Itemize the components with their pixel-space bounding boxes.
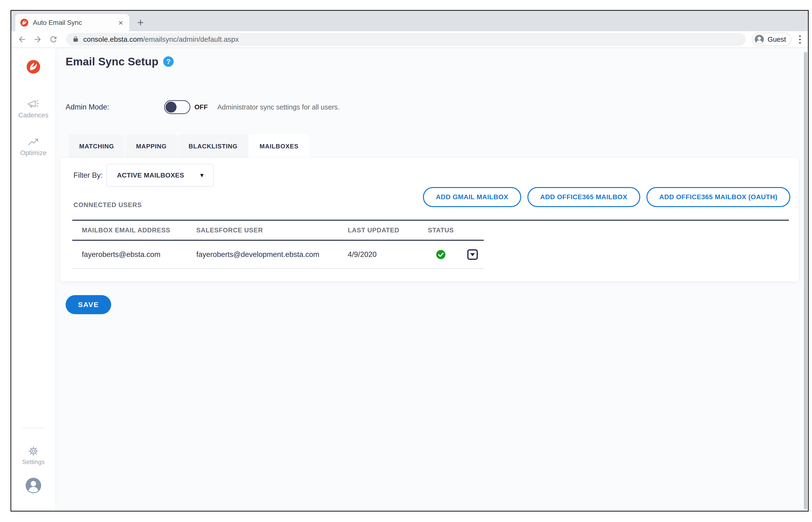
admin-mode-toggle[interactable] [164,100,190,114]
lock-icon [72,36,79,43]
tab-blacklisting[interactable]: BLACKLISTING [178,134,248,158]
url-path: /emailsync/admin/default.aspx [143,35,239,43]
col-last-updated: LAST UPDATED [348,227,421,234]
sidebar-item-label: Settings [22,458,45,466]
filter-selected-value: ACTIVE MAILBOXES [117,172,199,179]
tab-mapping[interactable]: MAPPING [125,134,177,158]
admin-mode-state: OFF [195,103,208,111]
status-ok-icon [436,249,446,260]
browser-tab-strip: Auto Email Sync × + [11,11,808,31]
add-office365-mailbox-button[interactable]: ADD OFFICE365 MAILBOX [527,187,640,207]
filter-row: Filter By: ACTIVE MAILBOXES ▼ [74,164,214,186]
col-status: STATUS [421,227,461,234]
page-title: Email Sync Setup [66,55,158,68]
browser-tab[interactable]: Auto Email Sync × [15,14,129,31]
sidebar-item-label: Optimize [20,149,46,157]
col-mailbox-email: MAILBOX EMAIL ADDRESS [72,227,196,234]
col-salesforce-user: SALESFORCE USER [196,227,348,234]
ebsta-logo-icon[interactable] [26,59,41,74]
sidebar-item-cadences[interactable]: Cadences [11,99,56,119]
cell-status [421,249,461,260]
add-mailbox-buttons: ADD GMAIL MAILBOX ADD OFFICE365 MAILBOX … [423,187,790,207]
tab-matching[interactable]: MATCHING [69,134,124,158]
url-text: console.ebsta.com/emailsync/admin/defaul… [83,35,239,43]
new-tab-button[interactable]: + [134,16,147,29]
table-header-row: MAILBOX EMAIL ADDRESS SALESFORCE USER LA… [72,221,484,241]
main-content: Email Sync Setup ? Admin Mode: OFF Admin… [56,48,808,510]
forward-icon[interactable] [32,34,43,45]
admin-mode-row: Admin Mode: OFF Administrator sync setti… [66,100,340,115]
settings-tabs: MATCHING MAPPING BLACKLISTING MAILBOXES [69,134,310,158]
sidebar-divider [22,428,45,428]
connected-users-title: CONNECTED USERS [74,201,142,209]
back-icon[interactable] [17,34,27,45]
admin-mode-label: Admin Mode: [66,103,164,112]
sidebar-item-optimize[interactable]: Optimize [11,137,56,157]
url-host: console.ebsta.com [83,35,143,43]
browser-window: Auto Email Sync × + console.ebsta.com/em… [11,10,809,511]
filter-by-label: Filter By: [74,171,103,180]
sidebar: Cadences Optimize Settings [11,48,56,510]
cell-mailbox-email: fayeroberts@ebsta.com [72,250,196,259]
gear-icon [27,446,40,456]
add-gmail-mailbox-button[interactable]: ADD GMAIL MAILBOX [423,187,521,207]
save-button[interactable]: SAVE [66,295,111,314]
ebsta-favicon-icon [20,18,28,27]
mailboxes-panel: Filter By: ACTIVE MAILBOXES ▼ ADD GMAIL … [60,158,799,281]
page-body: Cadences Optimize Settings [11,48,808,510]
reload-icon[interactable] [48,34,59,45]
cell-actions [461,249,484,260]
cell-last-updated: 4/9/2020 [348,250,421,259]
help-icon[interactable]: ? [163,56,174,67]
trending-up-icon [27,137,40,147]
sidebar-item-settings[interactable]: Settings [11,446,56,466]
page-header: Email Sync Setup ? [66,55,174,68]
cell-salesforce-user: fayeroberts@development.ebsta.com [196,250,348,259]
tab-mailboxes[interactable]: MAILBOXES [249,134,309,158]
page-scrollbar[interactable] [804,52,807,509]
filter-dropdown[interactable]: ACTIVE MAILBOXES ▼ [106,164,214,186]
row-actions-dropdown-icon[interactable] [467,249,478,260]
add-office365-oauth-mailbox-button[interactable]: ADD OFFICE365 MAILBOX (OAUTH) [647,187,790,207]
profile-avatar-icon [754,34,764,44]
browser-toolbar: console.ebsta.com/emailsync/admin/defaul… [11,31,808,48]
connected-users-table: MAILBOX EMAIL ADDRESS SALESFORCE USER LA… [72,221,484,269]
browser-menu-icon[interactable] [795,34,805,45]
megaphone-icon [27,99,40,109]
address-bar[interactable]: console.ebsta.com/emailsync/admin/defaul… [66,33,746,46]
tab-close-icon[interactable]: × [117,19,124,27]
admin-mode-description: Administrator sync settings for all user… [217,103,340,111]
table-row: fayeroberts@ebsta.com fayeroberts@develo… [72,241,484,269]
toggle-knob [165,102,177,113]
tab-title: Auto Email Sync [33,19,117,26]
user-avatar-icon[interactable] [25,477,41,494]
profile-label: Guest [768,36,786,43]
sidebar-item-label: Cadences [18,112,48,119]
chevron-down-icon: ▼ [199,172,205,179]
profile-button[interactable]: Guest [752,33,791,46]
